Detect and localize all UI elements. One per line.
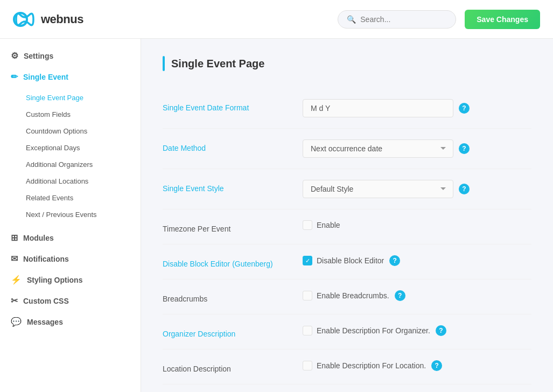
form-label-date-format: Single Event Date Format <box>163 99 303 112</box>
sidebar-section-styling-options[interactable]: ⚡ Styling Options <box>0 269 141 290</box>
sidebar-section-settings[interactable]: ⚙ Settings <box>0 45 141 66</box>
checkbox-timezone-per-event[interactable] <box>303 220 312 230</box>
select-single-event-style[interactable]: Default StyleStyle 1Style 2 <box>303 180 453 198</box>
section-label-messages: Messages <box>27 318 63 326</box>
checkbox-wrap-disable-block-editor: ✓Disable Block Editor <box>303 256 384 265</box>
form-label-single-event-style: Single Event Style <box>163 180 303 193</box>
search-icon: 🔍 <box>347 15 356 24</box>
checkbox-label-organizer-description: Enable Description For Organizer. <box>317 326 430 335</box>
sidebar-section-modules[interactable]: ⊞ Modules <box>0 227 141 248</box>
form-label-disable-block-editor: Disable Block Editor (Gutenberg) <box>163 255 303 268</box>
section-label-settings: Settings <box>24 52 53 60</box>
sidebar-item-related-events[interactable]: Related Events <box>0 190 141 206</box>
section-icon-custom-css: ✂ <box>11 296 18 306</box>
form-control-date-format: ? <box>303 99 531 117</box>
search-input[interactable] <box>360 15 447 24</box>
form-label-breadcrumbs: Breadcrumbs <box>163 290 303 303</box>
section-icon-single-event: ✏ <box>11 72 18 82</box>
form-row-disable-block-editor: Disable Block Editor (Gutenberg)✓Disable… <box>163 244 531 279</box>
form-control-date-method: Next occurrence dateStart dateEnd date? <box>303 139 531 158</box>
form-container: Single Event Date Format?Date MethodNext… <box>163 88 531 392</box>
form-row-organizer-description: Organizer DescriptionEnable Description … <box>163 314 531 349</box>
sidebar-section-messages[interactable]: 💬 Messages <box>0 311 141 332</box>
help-icon-date-method[interactable]: ? <box>459 143 470 154</box>
form-control-disable-block-editor: ✓Disable Block Editor? <box>303 255 531 266</box>
page-title: Single Event Page <box>171 58 264 70</box>
header: webnus 🔍 Save Changes <box>0 0 553 39</box>
section-icon-modules: ⊞ <box>11 233 18 243</box>
subitems-single-event: Single Event PageCustom FieldsCountdown … <box>0 87 141 227</box>
help-icon-organizer-description[interactable]: ? <box>436 325 446 336</box>
section-label-single-event: Single Event <box>23 73 68 81</box>
help-icon-single-event-style[interactable]: ? <box>459 184 470 194</box>
header-right: 🔍 Save Changes <box>338 10 540 29</box>
checkbox-location-description[interactable] <box>303 361 312 370</box>
sidebar-section-notifications[interactable]: ✉ Notifications <box>0 248 141 269</box>
page-title-wrapper: Single Event Page <box>163 56 531 71</box>
form-row-location-description: Location DescriptionEnable Description F… <box>163 349 531 384</box>
save-button[interactable]: Save Changes <box>465 10 540 29</box>
logo: webnus <box>13 10 83 29</box>
sidebar-section-single-event[interactable]: ✏ Single Event <box>0 66 141 87</box>
form-label-location-description: Location Description <box>163 360 303 373</box>
section-label-notifications: Notifications <box>23 255 69 263</box>
checkbox-wrap-location-description: Enable Description For Location. <box>303 361 426 370</box>
checkbox-label-disable-block-editor: Disable Block Editor <box>317 256 384 265</box>
section-label-modules: Modules <box>23 234 54 242</box>
form-row-single-event-style: Single Event StyleDefault StyleStyle 1St… <box>163 169 531 209</box>
form-label-date-method: Date Method <box>163 139 303 152</box>
sidebar-section-custom-css[interactable]: ✂ Custom CSS <box>0 290 141 311</box>
sidebar-item-countdown-options[interactable]: Countdown Options <box>0 123 141 139</box>
section-icon-notifications: ✉ <box>11 254 18 264</box>
help-icon-disable-block-editor[interactable]: ? <box>389 255 400 266</box>
help-icon-date-format[interactable]: ? <box>459 103 470 114</box>
form-row-date-format: Single Event Date Format? <box>163 88 531 129</box>
sidebar-item-additional-locations[interactable]: Additional Locations <box>0 173 141 190</box>
form-control-location-description: Enable Description For Location.? <box>303 360 531 371</box>
checkbox-label-breadcrumbs: Enable Breadcrumbs. <box>317 291 389 300</box>
sidebar-item-single-event-page[interactable]: Single Event Page <box>0 89 141 106</box>
checkbox-disable-block-editor[interactable]: ✓ <box>303 256 312 265</box>
section-label-custom-css: Custom CSS <box>23 297 69 305</box>
form-control-single-event-style: Default StyleStyle 1Style 2? <box>303 180 531 198</box>
section-icon-settings: ⚙ <box>11 51 18 61</box>
text-input-date-format[interactable] <box>303 99 453 117</box>
form-row-date-method: Date MethodNext occurrence dateStart dat… <box>163 129 531 169</box>
checkbox-organizer-description[interactable] <box>303 326 312 335</box>
logo-text: webnus <box>41 12 83 26</box>
sidebar-item-next-previous-events[interactable]: Next / Previous Events <box>0 206 141 223</box>
form-control-breadcrumbs: Enable Breadcrumbs.? <box>303 290 531 301</box>
form-row-timezone-per-event: Timezone Per EventEnable <box>163 209 531 244</box>
title-bar-accent <box>163 56 165 71</box>
main-content: Single Event Page Single Event Date Form… <box>141 39 553 392</box>
checkbox-label-timezone-per-event: Enable <box>317 221 340 229</box>
logo-icon <box>13 10 37 29</box>
form-row-event-cost-type: Event Cost TypeNumeric (Searchable)TextB… <box>163 384 531 392</box>
select-date-method[interactable]: Next occurrence dateStart dateEnd date <box>303 139 453 158</box>
sidebar-item-exceptional-days[interactable]: Exceptional Days <box>0 139 141 156</box>
form-control-timezone-per-event: Enable <box>303 220 531 230</box>
search-bar: 🔍 <box>338 10 456 29</box>
layout: ⚙ Settings ✏ Single Event Single Event P… <box>0 39 553 392</box>
sidebar-item-custom-fields[interactable]: Custom Fields <box>0 106 141 123</box>
help-icon-breadcrumbs[interactable]: ? <box>395 290 405 301</box>
checkbox-wrap-timezone-per-event: Enable <box>303 220 340 230</box>
section-icon-styling-options: ⚡ <box>11 275 22 285</box>
help-icon-location-description[interactable]: ? <box>431 360 442 371</box>
section-label-styling-options: Styling Options <box>27 276 82 284</box>
checkbox-wrap-breadcrumbs: Enable Breadcrumbs. <box>303 291 389 300</box>
checkbox-breadcrumbs[interactable] <box>303 291 312 300</box>
form-label-organizer-description: Organizer Description <box>163 325 303 338</box>
section-icon-messages: 💬 <box>11 317 22 327</box>
checkbox-label-location-description: Enable Description For Location. <box>317 361 426 370</box>
checkbox-wrap-organizer-description: Enable Description For Organizer. <box>303 326 430 335</box>
sidebar-item-additional-organizers[interactable]: Additional Organizers <box>0 156 141 173</box>
form-label-timezone-per-event: Timezone Per Event <box>163 220 303 233</box>
form-row-breadcrumbs: BreadcrumbsEnable Breadcrumbs.? <box>163 279 531 314</box>
form-control-organizer-description: Enable Description For Organizer.? <box>303 325 531 336</box>
sidebar: ⚙ Settings ✏ Single Event Single Event P… <box>0 39 141 392</box>
